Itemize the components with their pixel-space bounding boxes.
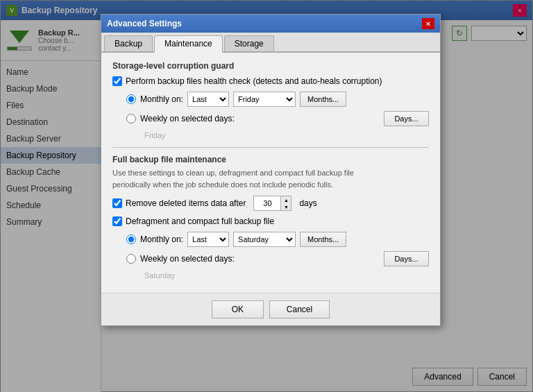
- full-backup-weekly-label: Weekly on selected days:: [140, 254, 235, 264]
- full-backup-months-button[interactable]: Months...: [300, 232, 346, 247]
- perform-check-label: Perform backup files health check (detec…: [126, 76, 382, 86]
- modal-title: Advanced Settings: [107, 19, 182, 28]
- section-divider-1: [112, 147, 429, 148]
- spinner-down-button[interactable]: ▼: [281, 203, 291, 210]
- full-backup-section-desc: Use these settings to clean up, defragme…: [112, 167, 429, 190]
- storage-weekly-row: Weekly on selected days: Days...: [126, 111, 429, 126]
- storage-monthly-row: Monthly on: Last Friday Months...: [126, 92, 429, 107]
- remove-deleted-label: Remove deleted items data after: [126, 198, 246, 208]
- defrag-row: Defragment and compact full backup file: [112, 216, 429, 226]
- storage-radio-group: Monthly on: Last Friday Months... Weekly…: [126, 92, 429, 140]
- spinner-up-button[interactable]: ▲: [281, 196, 291, 203]
- full-backup-section-header: Full backup file maintenance: [112, 155, 429, 164]
- remove-days-input[interactable]: [253, 196, 281, 211]
- ok-button[interactable]: OK: [212, 300, 264, 318]
- full-backup-monthly-label: Monthly on:: [140, 235, 183, 244]
- tab-bar: Backup Maintenance Storage: [101, 33, 440, 53]
- full-backup-days-button[interactable]: Days...: [384, 251, 429, 266]
- perform-check-row: Perform backup files health check (detec…: [112, 76, 429, 86]
- full-backup-monthly-weekday-select[interactable]: Saturday: [233, 232, 296, 247]
- full-backup-weekly-row: Weekly on selected days: Days...: [126, 251, 429, 266]
- full-backup-weekly-disabled-text: Saturday: [144, 271, 175, 280]
- remove-deleted-checkbox[interactable]: [112, 198, 122, 208]
- storage-monthly-label: Monthly on:: [140, 94, 183, 104]
- full-backup-monthly-row: Monthly on: Last Saturday Months...: [126, 232, 429, 247]
- spinner-buttons: ▲ ▼: [281, 196, 291, 211]
- full-backup-radio-group: Monthly on: Last Saturday Months... Week…: [126, 232, 429, 280]
- full-backup-monthly-radio[interactable]: [126, 235, 136, 244]
- storage-weekly-radio[interactable]: [126, 114, 136, 123]
- storage-monthly-weekday-select[interactable]: Friday: [233, 92, 296, 107]
- storage-weekly-disabled-text: Friday: [144, 131, 166, 139]
- full-backup-monthly-day-select[interactable]: Last: [187, 232, 229, 247]
- cancel-button[interactable]: Cancel: [269, 300, 330, 318]
- modal-titlebar: Advanced Settings ×: [101, 15, 440, 33]
- defrag-label: Defragment and compact full backup file: [126, 216, 274, 226]
- full-backup-weekly-radio[interactable]: [126, 254, 136, 264]
- storage-months-button[interactable]: Months...: [300, 92, 346, 107]
- tab-backup[interactable]: Backup: [104, 35, 153, 51]
- modal-close-button[interactable]: ×: [422, 18, 434, 29]
- perform-check-checkbox[interactable]: [112, 76, 122, 86]
- storage-section-header: Storage-level corruption guard: [112, 61, 429, 71]
- storage-days-button[interactable]: Days...: [384, 111, 429, 126]
- storage-weekly-label: Weekly on selected days:: [140, 114, 235, 123]
- modal-footer: OK Cancel: [101, 293, 440, 325]
- days-unit-label: days: [299, 198, 316, 208]
- tab-maintenance[interactable]: Maintenance: [154, 35, 223, 53]
- advanced-settings-dialog: Advanced Settings × Backup Maintenance S…: [101, 14, 441, 326]
- remove-deleted-row: Remove deleted items data after ▲ ▼ days: [112, 196, 429, 211]
- defrag-checkbox[interactable]: [112, 216, 122, 226]
- tab-storage[interactable]: Storage: [224, 35, 274, 51]
- storage-monthly-day-select[interactable]: Last: [187, 92, 229, 107]
- modal-body: Storage-level corruption guard Perform b…: [101, 53, 440, 293]
- storage-monthly-radio[interactable]: [126, 94, 136, 104]
